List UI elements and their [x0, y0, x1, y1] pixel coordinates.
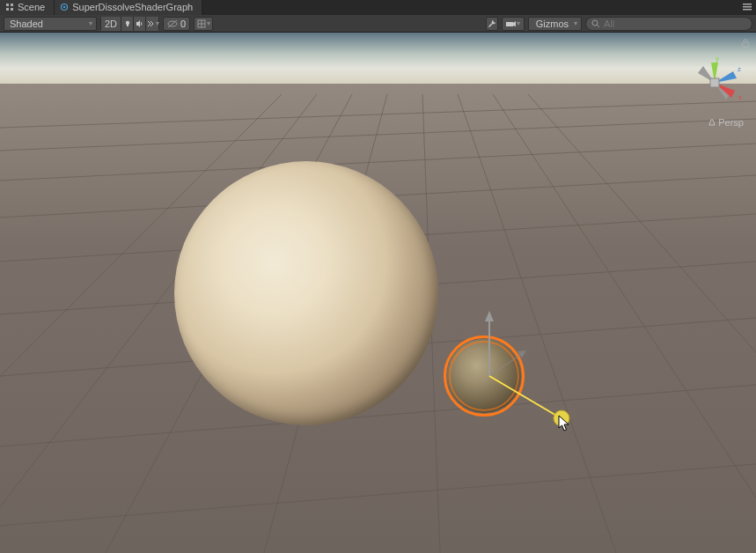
svg-point-19	[592, 20, 598, 26]
hidden-objects-button[interactable]: 0	[163, 17, 190, 31]
wrench-icon	[488, 19, 496, 28]
scene-viewport[interactable]: x y z Persp	[0, 33, 756, 553]
tab-scene[interactable]: Scene	[0, 0, 55, 15]
view-toggle-group: 2D ▾	[100, 17, 159, 31]
lightbulb-icon	[123, 19, 132, 28]
chevron-down-icon: ▾	[89, 19, 92, 27]
toggle-2d-label: 2D	[105, 18, 117, 29]
chevron-down-icon: ▾	[574, 19, 577, 27]
audio-icon	[136, 19, 144, 28]
svg-marker-18	[513, 21, 516, 26]
search-input[interactable]	[604, 18, 746, 29]
scene-visibility-dropdown[interactable]: ▾	[194, 17, 213, 31]
camera-button[interactable]: ▾	[502, 17, 525, 31]
svg-rect-1	[11, 4, 13, 6]
axis-z-label: z	[738, 65, 741, 73]
tab-filler	[202, 0, 738, 15]
chevron-down-icon: ▾	[517, 19, 520, 27]
chevron-down-icon: ▾	[207, 19, 210, 27]
scene-tab-icon	[5, 3, 14, 11]
svg-marker-11	[136, 20, 140, 27]
svg-line-26	[458, 94, 616, 553]
tab-shadergraph[interactable]: SuperDissolveShaderGraph	[55, 0, 202, 15]
gizmos-dropdown[interactable]: Gizmos ▾	[528, 17, 582, 31]
tab-menu-button[interactable]	[738, 0, 756, 15]
tab-label: Scene	[18, 2, 45, 12]
svg-rect-44	[710, 78, 719, 87]
tab-label: SuperDissolveShaderGraph	[72, 2, 193, 12]
perspective-icon	[708, 118, 716, 127]
svg-marker-52	[559, 416, 569, 431]
svg-line-27	[493, 94, 756, 553]
cursor-icon	[558, 415, 570, 432]
scene-search[interactable]	[585, 17, 752, 31]
gizmos-label: Gizmos	[536, 18, 569, 29]
axis-x-label: x	[738, 93, 742, 101]
hidden-count: 0	[180, 18, 186, 29]
grid-icon	[197, 19, 206, 28]
toggle-2d[interactable]: 2D	[101, 17, 121, 31]
search-icon	[591, 19, 600, 28]
tools-button[interactable]	[486, 17, 498, 31]
shadergraph-tab-icon	[60, 3, 69, 11]
toggle-audio[interactable]	[134, 17, 146, 31]
chevron-down-icon: ▾	[156, 19, 159, 27]
scene-object-sphere-selected[interactable]	[444, 335, 525, 417]
scene-object-sphere-large[interactable]	[174, 161, 438, 425]
shading-mode-label: Shaded	[10, 18, 43, 29]
scene-control-bar: Shaded ▾ 2D ▾ 0	[0, 15, 756, 33]
svg-point-5	[63, 6, 65, 8]
svg-line-35	[0, 144, 756, 181]
svg-rect-17	[506, 22, 513, 26]
svg-rect-8	[743, 9, 752, 11]
svg-marker-45	[709, 120, 715, 125]
svg-point-9	[125, 20, 128, 24]
svg-rect-0	[6, 4, 9, 6]
svg-rect-3	[11, 8, 13, 11]
toggle-fx[interactable]: ▾	[146, 17, 158, 31]
shading-mode-dropdown[interactable]: Shaded ▾	[4, 17, 97, 31]
selection-outline-inner	[449, 341, 519, 411]
svg-rect-38	[743, 42, 749, 48]
camera-icon	[505, 19, 516, 28]
toggle-lighting[interactable]	[121, 17, 134, 31]
tab-strip: Scene SuperDissolveShaderGraph	[0, 0, 756, 15]
svg-rect-2	[6, 8, 9, 11]
orientation-gizmo[interactable]: x y z	[686, 54, 744, 112]
svg-rect-10	[127, 25, 128, 26]
svg-rect-7	[743, 6, 752, 8]
axis-y-label: y	[716, 55, 719, 63]
projection-label: Persp	[718, 117, 744, 128]
projection-toggle[interactable]: Persp	[708, 117, 744, 128]
lock-icon[interactable]	[740, 38, 751, 48]
fx-icon	[146, 19, 155, 28]
svg-line-29	[0, 464, 756, 526]
svg-rect-6	[743, 4, 752, 5]
eye-off-icon	[167, 19, 178, 28]
svg-line-20	[597, 25, 599, 27]
